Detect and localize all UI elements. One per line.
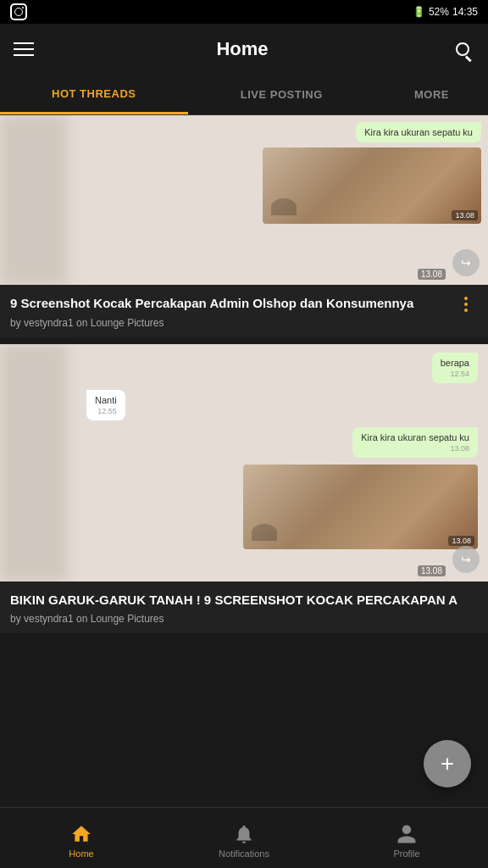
post-image-2: berapa 12.54 Nanti 12.55 Kira kira ukura… xyxy=(0,344,488,581)
foot-image: 13.08 xyxy=(263,147,482,224)
share-button[interactable]: ↪ xyxy=(452,249,480,276)
post-text-2: BIKIN GARUK-GARUK TANAH ! 9 SCREENSHOT K… xyxy=(10,592,478,626)
post-meta-1: by vestyndra1 on Lounge Pictures xyxy=(10,317,454,329)
nav-label-profile: Profile xyxy=(393,849,419,859)
sim-icon: 🔋 xyxy=(413,6,425,18)
time: 14:35 xyxy=(452,6,478,18)
status-left xyxy=(10,3,27,20)
blur-overlay xyxy=(0,115,68,285)
nav-label-notifications: Notifications xyxy=(219,849,269,859)
share-button-2[interactable]: ↪ xyxy=(452,546,480,573)
chat-text: Kira kira ukuran sepatu ku xyxy=(364,127,473,137)
tab-more[interactable]: MORE xyxy=(375,75,488,114)
post-info-1: 9 Screenshot Kocak Percakapan Admin Olsh… xyxy=(0,285,488,337)
post-author-1: vestyndra1 xyxy=(24,317,74,329)
nav-item-notifications[interactable]: Notifications xyxy=(163,818,325,859)
chat-text: berapa xyxy=(441,358,469,368)
tab-hot-threads[interactable]: HOT THREADS xyxy=(0,75,188,114)
fab-button[interactable]: + xyxy=(424,740,471,787)
chat-bubble-kira: Kira kira ukuran sepatu ku 13.08 xyxy=(352,427,478,458)
bell-icon xyxy=(233,823,255,845)
status-right: 🔋 52% 14:35 xyxy=(413,6,478,18)
more-dot xyxy=(464,303,468,306)
person-icon xyxy=(396,823,418,845)
tab-live-posting[interactable]: LIVE POSTING xyxy=(188,75,376,114)
bottom-nav: Home Notifications Profile xyxy=(0,807,488,868)
on-label: on xyxy=(76,317,91,329)
blur-overlay-2 xyxy=(0,344,68,581)
nav-item-profile[interactable]: Profile xyxy=(325,818,488,859)
status-bar: 🔋 52% 14:35 xyxy=(0,0,488,24)
more-dot xyxy=(464,309,468,312)
chat-bubble-berapa: berapa 12.54 xyxy=(432,353,478,383)
battery-percent: 52% xyxy=(429,6,449,18)
instagram-icon xyxy=(10,3,27,20)
post-meta-2: by vestyndra1 on Lounge Pictures xyxy=(10,613,478,625)
post-info-2: BIKIN GARUK-GARUK TANAH ! 9 SCREENSHOT K… xyxy=(0,581,488,634)
chat-bubble: Kira kira ukuran sepatu ku xyxy=(356,122,481,142)
menu-button[interactable] xyxy=(14,42,34,56)
content-area: Kira kira ukuran sepatu ku 13.08 ↪ 13.08… xyxy=(0,115,488,708)
search-button[interactable] xyxy=(451,37,474,61)
chat-time: 12.54 xyxy=(441,370,469,378)
tab-bar: HOT THREADS LIVE POSTING MORE xyxy=(0,75,488,115)
search-icon xyxy=(456,42,469,56)
post-card-2: berapa 12.54 Nanti 12.55 Kira kira ukura… xyxy=(0,344,488,634)
post-title-1[interactable]: 9 Screenshot Kocak Percakapan Admin Olsh… xyxy=(10,295,454,312)
post-more-button-1[interactable] xyxy=(454,295,478,312)
timestamp-2: 13.08 xyxy=(418,565,446,576)
post-text-1: 9 Screenshot Kocak Percakapan Admin Olsh… xyxy=(10,295,454,329)
post-image-1: Kira kira ukuran sepatu ku 13.08 ↪ 13.08 xyxy=(0,115,488,285)
post-author-2: vestyndra1 xyxy=(24,613,74,625)
chat-text: Nanti xyxy=(95,395,117,405)
by-label: by xyxy=(10,317,24,329)
plus-icon: + xyxy=(441,750,454,777)
post-category-2: Lounge Pictures xyxy=(91,613,164,625)
more-dot xyxy=(464,297,468,300)
on-label-2: on xyxy=(76,613,91,625)
nav-item-home[interactable]: Home xyxy=(0,818,163,859)
nav-label-home: Home xyxy=(69,849,93,859)
chat-time: 13.08 xyxy=(361,444,469,453)
header: Home xyxy=(0,24,488,75)
page-title: Home xyxy=(216,38,268,60)
chat-time: 12.55 xyxy=(95,407,117,415)
chat-screenshot-2: berapa 12.54 Nanti 12.55 Kira kira ukura… xyxy=(0,344,488,581)
by-label-2: by xyxy=(10,613,24,625)
chat-bubble-nanti: Nanti 12.55 xyxy=(86,390,125,420)
post-card: Kira kira ukuran sepatu ku 13.08 ↪ 13.08… xyxy=(0,115,488,337)
home-icon xyxy=(70,823,92,845)
post-category-1: Lounge Pictures xyxy=(91,317,164,329)
post-title-2[interactable]: BIKIN GARUK-GARUK TANAH ! 9 SCREENSHOT K… xyxy=(10,592,478,609)
foot-image-2: 13.08 xyxy=(243,465,478,549)
chat-screenshot-1: Kira kira ukuran sepatu ku 13.08 ↪ 13.08 xyxy=(0,115,488,285)
chat-text: Kira kira ukuran sepatu ku xyxy=(361,432,469,442)
